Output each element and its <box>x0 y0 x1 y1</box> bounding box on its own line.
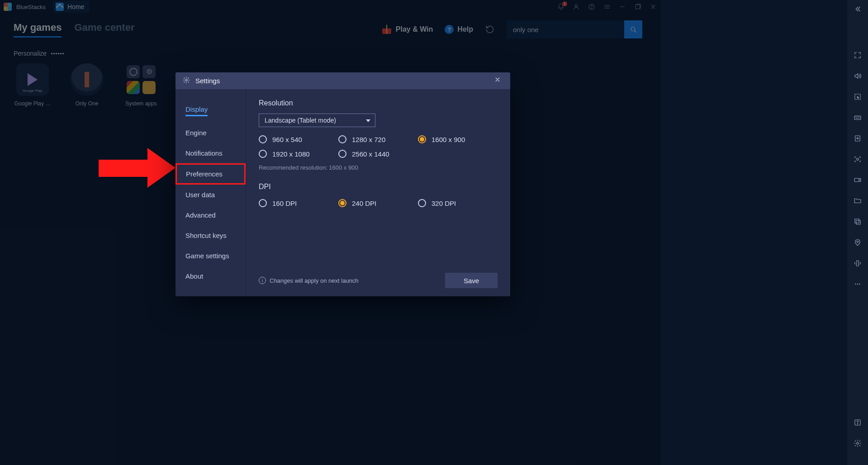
resolution-mode-select[interactable]: Landscape (Tablet mode) <box>259 114 375 127</box>
dpi-title: DPI <box>259 183 498 191</box>
resolution-recommended-text: Recommended resolution: 1600 x 900 <box>259 164 498 171</box>
install-apk-icon[interactable] <box>853 134 862 143</box>
fullscreen-icon[interactable] <box>853 51 862 60</box>
location-icon[interactable] <box>853 238 862 247</box>
settings-nav-user-data[interactable]: User data <box>175 185 246 205</box>
dpi-section: DPI 160 DPI 240 DPI 320 DPI <box>259 183 498 207</box>
dpi-option-160[interactable]: 160 DPI <box>259 199 338 207</box>
settings-nav-about[interactable]: About <box>175 266 246 286</box>
settings-info-note: i Changes will apply on next launch <box>259 277 359 284</box>
dpi-option-320[interactable]: 320 DPI <box>418 199 498 207</box>
resolution-option-2560x1440[interactable]: 2560 x 1440 <box>338 150 418 158</box>
settings-nav-preferences[interactable]: Preferences <box>175 163 246 185</box>
svg-point-13 <box>857 241 859 243</box>
resolution-option-1920x1080[interactable]: 1920 x 1080 <box>259 150 338 158</box>
svg-rect-10 <box>854 178 859 182</box>
settings-modal-titlebar: Settings <box>175 72 510 89</box>
volume-icon[interactable] <box>853 71 862 81</box>
settings-modal-body: Display Engine Notifications Preferences… <box>175 89 510 296</box>
shake-icon[interactable] <box>853 259 862 268</box>
svg-rect-7 <box>854 116 861 119</box>
svg-rect-12 <box>856 220 860 224</box>
more-icon[interactable] <box>853 280 862 289</box>
screenshot-icon[interactable] <box>853 155 862 164</box>
dpi-option-240[interactable]: 240 DPI <box>338 199 418 207</box>
settings-nav: Display Engine Notifications Preferences… <box>175 89 246 296</box>
settings-close-button[interactable] <box>492 74 503 87</box>
settings-nav-engine[interactable]: Engine <box>175 123 246 143</box>
resolution-option-1280x720[interactable]: 1280 x 720 <box>338 135 418 143</box>
svg-rect-11 <box>855 219 859 223</box>
cursor-icon[interactable] <box>853 92 862 101</box>
right-side-toolbar <box>847 0 868 465</box>
settings-nav-advanced[interactable]: Advanced <box>175 205 246 225</box>
resolution-title: Resolution <box>259 99 498 107</box>
svg-point-17 <box>859 284 860 285</box>
resolution-mode-value: Landscape (Tablet mode) <box>265 117 336 124</box>
sidebar-settings-icon[interactable] <box>853 439 862 448</box>
info-icon: i <box>259 277 266 284</box>
multi-instance-icon[interactable] <box>853 217 862 226</box>
dpi-radio-grid: 160 DPI 240 DPI 320 DPI <box>259 199 498 207</box>
settings-info-text: Changes will apply on next launch <box>270 277 359 284</box>
gear-icon <box>183 76 190 85</box>
svg-point-15 <box>855 284 856 285</box>
settings-nav-shortcut-keys[interactable]: Shortcut keys <box>175 225 246 246</box>
save-button[interactable]: Save <box>445 273 498 288</box>
svg-point-20 <box>857 442 859 445</box>
settings-nav-game-settings[interactable]: Game settings <box>175 246 246 266</box>
settings-modal-title: Settings <box>195 77 220 85</box>
svg-point-16 <box>857 284 858 285</box>
svg-point-5 <box>185 79 187 81</box>
keyboard-icon[interactable] <box>853 113 862 122</box>
settings-nav-notifications[interactable]: Notifications <box>175 143 246 163</box>
svg-point-9 <box>857 158 859 161</box>
svg-rect-14 <box>857 261 859 266</box>
settings-modal: Settings Display Engine Notifications Pr… <box>175 72 510 296</box>
sidebar-help-icon[interactable] <box>853 418 862 427</box>
resolution-option-1600x900[interactable]: 1600 x 900 <box>418 135 498 143</box>
resolution-option-960x540[interactable]: 960 x 540 <box>259 135 338 143</box>
settings-nav-display[interactable]: Display <box>175 99 246 123</box>
resolution-radio-grid: 960 x 540 1280 x 720 1600 x 900 1920 x 1… <box>259 135 498 158</box>
collapse-sidebar-icon[interactable] <box>853 5 862 14</box>
folder-icon[interactable] <box>853 196 862 205</box>
settings-footer: i Changes will apply on next launch Save <box>259 266 498 288</box>
svg-point-19 <box>857 423 858 424</box>
settings-content: Resolution Landscape (Tablet mode) 960 x… <box>246 89 510 296</box>
record-icon[interactable] <box>853 176 862 185</box>
